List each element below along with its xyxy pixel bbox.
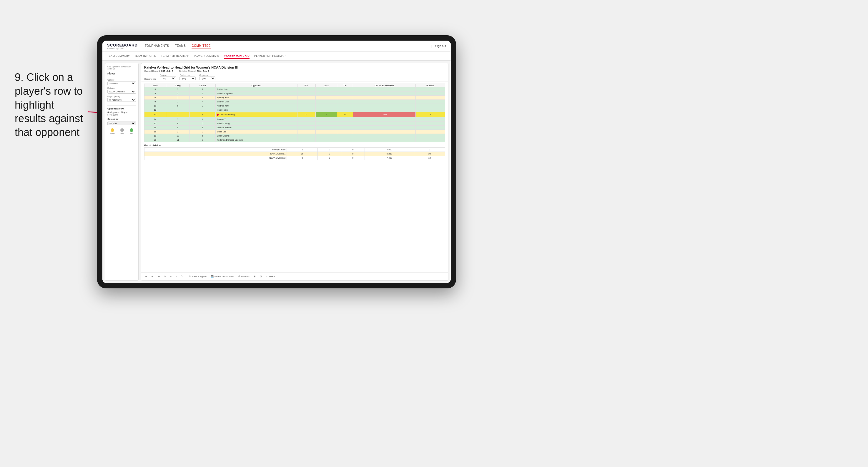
table-row[interactable]: 1063 Andrea York bbox=[145, 104, 445, 108]
legend-row: Down Level Up bbox=[107, 128, 136, 134]
toolbar-table-icon[interactable]: ⊡ bbox=[259, 275, 263, 278]
nav-tournaments[interactable]: TOURNAMENTS bbox=[145, 43, 169, 49]
col-header-diff: Diff Av Strokes/Rnd bbox=[353, 84, 415, 87]
toolbar-watch[interactable]: 👁 Watch ▾ bbox=[237, 275, 251, 278]
ood-row: NCAA Division 2 5 0 0 7.400 10 bbox=[145, 156, 445, 160]
region-filter-group: Region (All) bbox=[160, 74, 176, 80]
region-filter-select[interactable]: (All) bbox=[160, 76, 176, 80]
division-select[interactable]: NCAA Division III bbox=[107, 90, 136, 94]
colour-by-label: Colour by bbox=[107, 118, 136, 120]
nav-committee[interactable]: COMMITTEE bbox=[191, 43, 211, 49]
annotation-text: 9. Click on a player's row to highlight … bbox=[15, 71, 88, 139]
logo-title: SCOREBOARD bbox=[107, 43, 138, 48]
ood-row: Foreign Team 1 0 0 4.500 2 bbox=[145, 148, 445, 152]
col-header-win: Win bbox=[297, 84, 315, 87]
logo: SCOREBOARD Powered by clippd bbox=[107, 43, 138, 50]
toolbar-view-original[interactable]: 👁 View: Original bbox=[188, 275, 208, 278]
sub-nav-team-h2h-heatmap[interactable]: TEAM H2H HEATMAP bbox=[161, 53, 189, 59]
division-label: Division bbox=[107, 87, 136, 89]
table-row[interactable]: 1691 Jessica Mason bbox=[145, 126, 445, 130]
sub-nav-player-h2h-heatmap[interactable]: PLAYER H2H HEATMAP bbox=[254, 53, 285, 59]
table-row[interactable]: 613 Sydney Kuo bbox=[145, 96, 445, 100]
legend-up: Up bbox=[130, 128, 133, 134]
table-row[interactable]: 19106 Emily Chang bbox=[145, 134, 445, 138]
sub-nav-team-summary[interactable]: TEAM SUMMARY bbox=[107, 53, 130, 59]
col-header-div: # Div bbox=[145, 84, 166, 87]
toolbar-grid-icon[interactable]: ⊞ bbox=[252, 275, 257, 278]
player-rank-select[interactable]: 8. Katelyn Vo bbox=[107, 98, 136, 102]
grid-title: Katelyn Vo Head-to-Head Grid for Women's… bbox=[144, 66, 445, 69]
gender-select[interactable]: Women's bbox=[107, 82, 136, 85]
ood-row: NAIA Division 1 15 0 0 9.267 30 bbox=[145, 152, 445, 156]
toolbar-redo-back[interactable]: ↩ bbox=[150, 275, 155, 278]
ood-table: Foreign Team 1 0 0 4.500 2 NAIA Division… bbox=[144, 148, 445, 160]
colour-section: Colour by Win/loss Down Level bbox=[107, 118, 136, 134]
legend-up-circle bbox=[130, 128, 133, 132]
sub-nav: TEAM SUMMARY TEAM H2H GRID TEAM H2H HEAT… bbox=[102, 52, 451, 61]
table-row-highlighted[interactable]: 1311 ▶ Jessica Huang 0 1 0 -3.00 2 bbox=[145, 112, 445, 117]
sign-out-link[interactable]: Sign out bbox=[435, 44, 446, 48]
col-header-opponent: Opponent bbox=[216, 84, 298, 87]
sub-nav-team-h2h-grid[interactable]: TEAM H2H GRID bbox=[134, 53, 156, 59]
opponent-view-title: Opponent view bbox=[107, 107, 136, 110]
toolbar-separator bbox=[186, 274, 186, 279]
table-row[interactable]: 12 Haeji Hyun bbox=[145, 108, 445, 112]
timestamp: Last Updated: 27/03/2024 16:55:38 bbox=[107, 66, 136, 70]
nav-teams[interactable]: TEAMS bbox=[175, 43, 186, 49]
grid-header: Katelyn Vo Head-to-Head Grid for Women's… bbox=[141, 63, 448, 82]
toolbar-redo[interactable]: ↪ bbox=[157, 275, 161, 278]
grid-table: # Div # Reg # Conf Opponent Win Loss Tie… bbox=[144, 84, 445, 142]
col-header-loss: Loss bbox=[316, 84, 337, 87]
legend-level-circle bbox=[120, 128, 124, 132]
grid-body: # Div # Reg # Conf Opponent Win Loss Tie… bbox=[141, 82, 448, 272]
radio-top-100-dot bbox=[107, 114, 110, 116]
toolbar-save-custom-view[interactable]: 💾 Save Custom View bbox=[210, 275, 236, 278]
filter-row: Opponents: Region (All) Conference (All) bbox=[144, 74, 445, 80]
conference-filter-group: Conference (All) bbox=[180, 74, 196, 80]
main-content: Last Updated: 27/03/2024 16:55:38 Player… bbox=[102, 61, 451, 283]
toolbar-cut[interactable]: ✂ bbox=[168, 275, 173, 278]
out-of-division-title: Out of division bbox=[144, 144, 445, 147]
nav-items: TOURNAMENTS TEAMS COMMITTEE bbox=[145, 43, 431, 49]
sub-nav-player-h2h-grid[interactable]: PLAYER H2H GRID bbox=[224, 53, 249, 59]
left-panel: Last Updated: 27/03/2024 16:55:38 Player… bbox=[105, 63, 138, 281]
radio-opponents-played-dot bbox=[107, 111, 110, 113]
table-row[interactable]: 20117 Federica Domecq Lacroze bbox=[145, 138, 445, 142]
right-panel: Katelyn Vo Head-to-Head Grid for Women's… bbox=[141, 63, 448, 281]
legend-level: Level bbox=[120, 128, 124, 134]
col-header-reg: # Reg bbox=[166, 84, 189, 87]
col-header-tie: Tie bbox=[337, 84, 353, 87]
logo-subtitle: Powered by clippd bbox=[107, 48, 138, 50]
tablet-frame: SCOREBOARD Powered by clippd TOURNAMENTS… bbox=[97, 35, 456, 288]
legend-down-circle bbox=[111, 128, 114, 132]
table-row[interactable]: 1585 Stella Cheng bbox=[145, 122, 445, 126]
table-row[interactable]: 331 Esther Lee bbox=[145, 87, 445, 92]
toolbar-dot[interactable]: · bbox=[175, 275, 178, 278]
toolbar-undo[interactable]: ↩ bbox=[144, 275, 149, 278]
conference-filter-select[interactable]: (All) bbox=[180, 76, 196, 80]
col-header-rounds: Rounds bbox=[415, 84, 445, 87]
col-header-conf: # Conf bbox=[190, 84, 216, 87]
bottom-toolbar: ↩ ↩ ↪ ⧉ ✂ · ⟳ 👁 View: Original 💾 Save Cu… bbox=[141, 272, 448, 280]
step-number: 9. bbox=[15, 71, 24, 83]
radio-opponents-played[interactable]: Opponents Played bbox=[107, 111, 136, 113]
player-rank-label: Player (Rank) bbox=[107, 95, 136, 97]
colour-by-select[interactable]: Win/loss bbox=[107, 122, 136, 125]
toolbar-share[interactable]: ⤢ Share bbox=[265, 275, 276, 278]
nav-right: | Sign out bbox=[431, 44, 446, 48]
table-row[interactable]: 522 Alexis Sudjianto bbox=[145, 92, 445, 96]
radio-top-100[interactable]: Top 100 bbox=[107, 114, 136, 116]
nav-bar: SCOREBOARD Powered by clippd TOURNAMENTS… bbox=[102, 41, 451, 52]
table-row[interactable]: 1474 Eunice Yi bbox=[145, 117, 445, 122]
table-row[interactable]: 1822 Euna Lee bbox=[145, 130, 445, 134]
toolbar-copy[interactable]: ⧉ bbox=[163, 275, 167, 279]
opponent-filter-select[interactable]: (All) bbox=[199, 76, 215, 80]
grid-records: Overall Record: 353 - 34 - 6 Division Re… bbox=[144, 70, 445, 72]
opponents-label: Opponents: bbox=[144, 78, 156, 80]
sub-nav-player-summary[interactable]: PLAYER SUMMARY bbox=[194, 53, 219, 59]
toolbar-refresh[interactable]: ⟳ bbox=[180, 275, 184, 278]
gender-label: Gender bbox=[107, 79, 136, 81]
legend-down: Down bbox=[110, 128, 115, 134]
table-row[interactable]: 914 Sharon Mun bbox=[145, 100, 445, 104]
opponent-filter-group: Opponent (All) bbox=[199, 74, 215, 80]
